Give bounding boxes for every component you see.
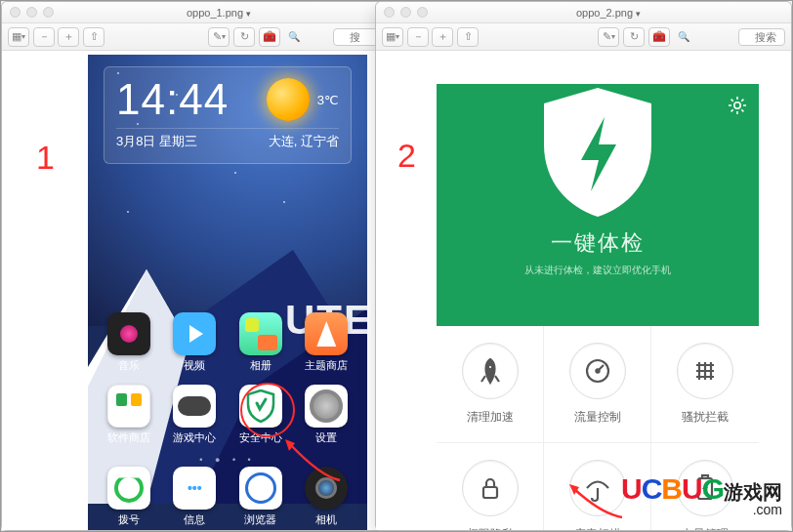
- svg-line-9: [731, 100, 733, 102]
- share-button[interactable]: ⇧: [83, 27, 104, 47]
- app-label: 相册: [250, 358, 271, 373]
- markup-button[interactable]: 🧰: [259, 27, 280, 47]
- zoom-out-button[interactable]: －: [407, 27, 429, 47]
- zoom-in-button[interactable]: ＋: [432, 27, 453, 47]
- share-button[interactable]: ⇧: [457, 27, 479, 47]
- home-button[interactable]: ⌂: [225, 527, 233, 531]
- grid-icon: [690, 356, 720, 386]
- video-icon: [173, 312, 216, 355]
- security-item-block[interactable]: 骚扰拦截: [651, 326, 759, 443]
- edit-button[interactable]: ✎ ▾: [208, 27, 230, 47]
- shield-bolt-icon[interactable]: [534, 84, 661, 221]
- viewer-window-right: oppo_2.png ▾ ▦ ▾ － ＋ ⇧ ✎ ▾ ↻ 🧰 🔍 2: [375, 1, 792, 531]
- minimize-icon[interactable]: [26, 7, 37, 18]
- step-badge-1: 1: [36, 139, 55, 177]
- search-input[interactable]: [333, 28, 380, 46]
- settings-gear-icon[interactable]: [728, 96, 747, 119]
- browser-icon: [239, 467, 282, 510]
- app-music[interactable]: 音乐: [96, 312, 162, 373]
- svg-line-10: [741, 109, 743, 111]
- dock-camera[interactable]: 相机: [294, 467, 360, 527]
- security-item-privacy[interactable]: 权限隐私: [437, 443, 544, 530]
- search-icon: 🔍: [288, 31, 300, 42]
- camera-icon: [305, 467, 348, 510]
- app-label: 设置: [315, 430, 337, 445]
- back-button[interactable]: ◅: [130, 526, 142, 530]
- minimize-icon[interactable]: [400, 7, 411, 18]
- message-icon: [173, 467, 216, 510]
- music-icon: [107, 312, 150, 355]
- cell-label: 病毒扫描: [574, 526, 621, 530]
- shield-icon: [239, 385, 282, 428]
- dock-msg[interactable]: 信息: [162, 467, 229, 527]
- app-label: 游戏中心: [173, 430, 216, 445]
- lock-icon: [476, 473, 505, 503]
- app-label: 主题商店: [305, 358, 348, 373]
- scan-subtitle: 从未进行体检，建议立即优化手机: [437, 264, 759, 277]
- security-app-screen: 一键体检 从未进行体检，建议立即优化手机 清理加速 流量控制 骚扰拦截 权限隐私…: [437, 55, 759, 530]
- cell-label: 流量控制: [574, 409, 621, 426]
- titlebar: oppo_1.png ▾: [2, 2, 386, 23]
- sun-icon: [267, 78, 310, 121]
- zoom-icon[interactable]: [43, 7, 54, 18]
- security-item-speed[interactable]: 清理加速: [437, 326, 544, 443]
- rotate-button[interactable]: ↻: [233, 27, 255, 47]
- phone-icon: [107, 467, 150, 510]
- clock-weather-widget[interactable]: 14:44 3℃ 3月8日 星期三 大连, 辽宁省: [104, 66, 352, 164]
- app-settings[interactable]: 设置: [294, 385, 360, 445]
- dock-browser[interactable]: 浏览器: [228, 467, 294, 527]
- svg-point-15: [596, 369, 599, 372]
- svg-point-4: [734, 102, 740, 108]
- temperature: 3℃: [317, 93, 339, 107]
- store-icon: [107, 385, 150, 428]
- security-item-data[interactable]: 流量控制: [544, 326, 651, 443]
- svg-line-11: [731, 109, 733, 111]
- window-title: oppo_1.png: [187, 7, 243, 19]
- close-icon[interactable]: [384, 7, 395, 18]
- album-icon: [239, 312, 282, 355]
- app-game[interactable]: 游戏中心: [162, 385, 229, 445]
- app-video[interactable]: 视频: [162, 312, 229, 373]
- app-label: 软件商店: [107, 430, 150, 445]
- step-badge-2: 2: [397, 137, 416, 175]
- dock-dial[interactable]: 拨号: [96, 467, 162, 527]
- zoom-in-button[interactable]: ＋: [58, 27, 79, 47]
- umbrella-icon: [583, 473, 612, 503]
- rotate-button[interactable]: ↻: [623, 27, 645, 47]
- toolbar: ▦ ▾ － ＋ ⇧ ✎ ▾ ↻ 🧰 🔍: [376, 23, 791, 51]
- search-input[interactable]: [738, 28, 785, 46]
- viewer-window-left: oppo_1.png ▾ ▦ ▾ － ＋ ⇧ ✎ ▾ ↻ 🧰 🔍 1: [1, 1, 387, 531]
- clock-date: 3月8日 星期三: [116, 133, 197, 150]
- app-security[interactable]: 安全中心: [228, 385, 294, 445]
- app-album[interactable]: 相册: [228, 312, 294, 373]
- svg-rect-16: [483, 487, 497, 498]
- theme-icon: [305, 312, 348, 355]
- svg-point-13: [487, 365, 491, 369]
- app-label: 音乐: [118, 358, 140, 373]
- app-theme[interactable]: 主题商店: [294, 312, 360, 373]
- search-icon: 🔍: [678, 31, 689, 42]
- phone-home-screen: UTE 14:44 3℃ 3月8日 星期三 大连, 辽宁省 音乐 视频: [88, 55, 367, 530]
- zoom-out-button[interactable]: －: [33, 27, 55, 47]
- svg-line-12: [741, 100, 743, 102]
- edit-button[interactable]: ✎ ▾: [598, 27, 619, 47]
- page-indicator: • ● • •: [88, 455, 367, 465]
- menu-button[interactable]: ≡: [317, 527, 326, 531]
- close-icon[interactable]: [10, 7, 21, 18]
- sidebar-toggle-button[interactable]: ▦ ▾: [382, 27, 403, 47]
- window-title: oppo_2.png: [576, 7, 633, 19]
- cell-label: 电量管理: [682, 526, 729, 530]
- app-label: 视频: [184, 358, 205, 373]
- watermark-zh: 游戏网: [724, 481, 782, 503]
- meter-icon: [583, 356, 612, 386]
- markup-button[interactable]: 🧰: [648, 27, 670, 47]
- sidebar-toggle-button[interactable]: ▦ ▾: [8, 27, 29, 47]
- gear-icon: [305, 385, 348, 428]
- cell-label: 清理加速: [467, 409, 514, 426]
- app-store[interactable]: 软件商店: [96, 385, 162, 445]
- app-label: 安全中心: [239, 430, 282, 445]
- clock-location: 大连, 辽宁省: [269, 133, 339, 150]
- cell-label: 权限隐私: [467, 526, 514, 530]
- toolbar: ▦ ▾ － ＋ ⇧ ✎ ▾ ↻ 🧰 🔍: [2, 23, 386, 51]
- zoom-icon[interactable]: [417, 7, 428, 18]
